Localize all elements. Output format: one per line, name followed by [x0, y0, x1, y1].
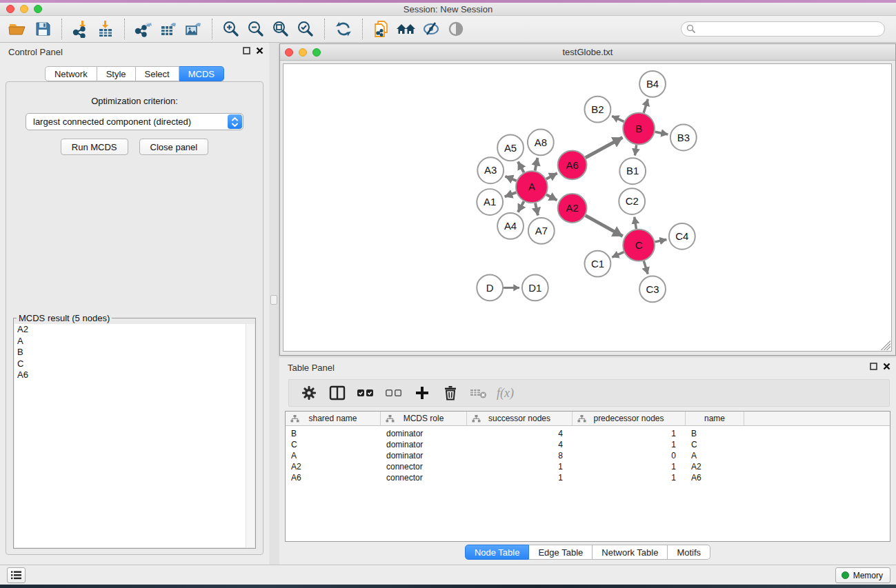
- graph-node-label-A1: A1: [484, 196, 496, 207]
- refresh-icon[interactable]: [331, 17, 356, 41]
- run-mcds-button[interactable]: Run MCDS: [61, 139, 128, 155]
- zoom-in-icon[interactable]: [219, 17, 243, 41]
- graph-edge-B-B3[interactable]: [655, 132, 668, 134]
- memory-button[interactable]: Memory: [835, 567, 890, 583]
- graph-node-label-C4: C4: [675, 230, 688, 242]
- column-header-mcds-role[interactable]: MCDS role: [381, 412, 467, 426]
- table-settings-icon[interactable]: [296, 382, 321, 404]
- desktop-edge-bottom: [0, 585, 896, 588]
- graph-edge-B-B2[interactable]: [612, 116, 624, 121]
- table-row[interactable]: A dominator 8 0 A: [286, 450, 890, 461]
- graph-edge-A6-B[interactable]: [586, 137, 623, 157]
- tab-network-table[interactable]: Network Table: [593, 545, 668, 560]
- zoom-selected-icon[interactable]: [293, 17, 318, 41]
- toolbar-separator: [324, 19, 325, 39]
- list-item[interactable]: C: [14, 358, 255, 370]
- close-panel-icon[interactable]: [883, 363, 890, 370]
- graph-node-label-A: A: [528, 181, 535, 192]
- graph-node-label-C: C: [635, 239, 643, 251]
- list-item[interactable]: A: [14, 336, 255, 347]
- criterion-select[interactable]: largest connected component (directed): [26, 113, 243, 130]
- splitter-grip[interactable]: [270, 295, 277, 305]
- export-network-icon[interactable]: [131, 17, 156, 41]
- tab-style[interactable]: Style: [97, 66, 136, 81]
- float-panel-icon[interactable]: [243, 47, 250, 54]
- graph-edge-A-A6[interactable]: [546, 173, 557, 179]
- window-resize-grip[interactable]: [881, 341, 890, 350]
- column-header-shared-name[interactable]: shared name: [286, 412, 381, 426]
- save-session-icon[interactable]: [30, 17, 55, 41]
- list-item[interactable]: A6: [14, 369, 255, 381]
- graph-edge-A2-C[interactable]: [586, 216, 623, 236]
- graph-edge-A-A3[interactable]: [505, 176, 516, 181]
- tab-edge-table[interactable]: Edge Table: [529, 545, 593, 560]
- table-row[interactable]: C dominator 4 1 C: [286, 439, 890, 450]
- tab-motifs[interactable]: Motifs: [668, 545, 710, 560]
- delete-column-icon[interactable]: [437, 382, 463, 404]
- table-row[interactable]: B dominator 4 1 B: [286, 428, 890, 439]
- graph-edge-A-A7[interactable]: [535, 203, 538, 215]
- column-header-name[interactable]: name: [686, 412, 744, 426]
- optimization-criterion-label: Optimization criterion:: [6, 96, 263, 106]
- graph-edge-C-C3[interactable]: [644, 261, 648, 274]
- network-graph[interactable]: B4B2BB3A8A5A6A3B1AC2A1A2A4A7C4CC1DD1C3: [283, 64, 891, 351]
- graph-edge-A-A2[interactable]: [546, 194, 557, 200]
- function-builder-icon[interactable]: f(x): [494, 382, 519, 404]
- task-history-button[interactable]: [7, 567, 26, 583]
- toolbar-separator: [212, 19, 212, 39]
- attribute-type-icon: [290, 414, 299, 423]
- node-table[interactable]: shared name MCDS role successor nodes pr…: [285, 411, 890, 542]
- home-icon[interactable]: [394, 17, 419, 41]
- open-session-icon[interactable]: [6, 17, 30, 41]
- search-input[interactable]: [681, 21, 885, 37]
- list-item[interactable]: A2: [14, 324, 255, 336]
- tab-network[interactable]: Network: [45, 66, 97, 81]
- delete-table-icon[interactable]: [466, 382, 491, 404]
- export-table-icon[interactable]: [156, 17, 181, 41]
- scrollbar[interactable]: [246, 324, 255, 547]
- zoom-out-icon[interactable]: [243, 17, 268, 41]
- deselect-all-icon[interactable]: [381, 382, 406, 404]
- graph-node-label-C3: C3: [646, 283, 659, 295]
- graph-edge-C-C1[interactable]: [612, 252, 624, 258]
- application-window: Session: New Session: [0, 0, 896, 588]
- import-network-icon[interactable]: [68, 17, 93, 41]
- graph-edge-A-A8[interactable]: [535, 158, 538, 171]
- network-canvas[interactable]: B4B2BB3A8A5A6A3B1AC2A1A2A4A7C4CC1DD1C3: [283, 63, 892, 352]
- export-image-icon[interactable]: [181, 17, 206, 41]
- tab-mcds[interactable]: MCDS: [179, 66, 224, 81]
- close-panel-icon[interactable]: [256, 47, 263, 54]
- toggle-graphics-details-icon[interactable]: [419, 17, 444, 41]
- add-column-icon[interactable]: [409, 382, 435, 404]
- graph-node-label-A3: A3: [484, 164, 497, 176]
- import-table-icon[interactable]: [93, 17, 118, 41]
- column-header-predecessor-nodes[interactable]: predecessor nodes: [573, 412, 686, 426]
- tab-select[interactable]: Select: [136, 66, 179, 81]
- table-row[interactable]: A2 connector 1 1 A2: [286, 461, 890, 472]
- column-header-successor-nodes[interactable]: successor nodes: [467, 412, 573, 426]
- session-title: Session: New Session: [0, 4, 896, 14]
- graph-edge-A-A4[interactable]: [518, 201, 524, 212]
- list-item[interactable]: B: [14, 347, 255, 358]
- show-columns-icon[interactable]: [324, 382, 350, 404]
- clone-network-icon[interactable]: [369, 17, 394, 41]
- zoom-fit-icon[interactable]: [268, 17, 293, 41]
- panel-splitter[interactable]: [269, 43, 279, 565]
- float-panel-icon[interactable]: [870, 363, 877, 370]
- select-all-icon[interactable]: [352, 382, 378, 404]
- table-row[interactable]: A6 connector 1 1 A6: [286, 472, 890, 483]
- table-body: B dominator 4 1 B C dominator 4 1 C A: [286, 428, 890, 483]
- graph-edge-C-C4[interactable]: [655, 239, 667, 241]
- graph-edge-A-A5[interactable]: [518, 162, 524, 173]
- graph-node-label-D1: D1: [528, 282, 541, 294]
- close-panel-button[interactable]: Close panel: [139, 139, 209, 155]
- tab-node-table[interactable]: Node Table: [465, 545, 530, 560]
- toolbar-search: [681, 21, 885, 37]
- table-toolbar: f(x): [288, 379, 890, 407]
- graph-edge-A-A1[interactable]: [505, 192, 517, 196]
- graph-edge-B-B4[interactable]: [644, 99, 648, 113]
- graph-edge-B-B1[interactable]: [635, 145, 636, 155]
- mcds-result-list[interactable]: A2 A B C A6: [14, 324, 255, 547]
- graph-edge-C-C2[interactable]: [635, 217, 637, 229]
- eye-icon[interactable]: [444, 17, 468, 41]
